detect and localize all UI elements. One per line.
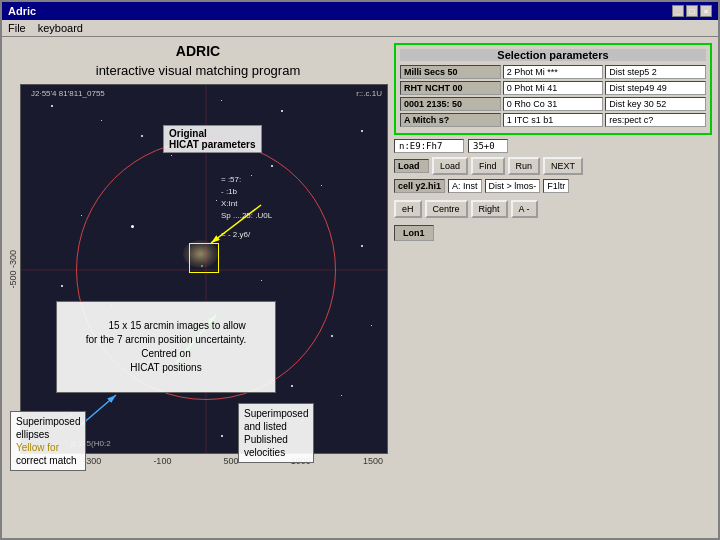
param-cell-0-2[interactable]: Dist step5 2 — [605, 65, 706, 79]
coord-display-2: 35+0 — [468, 139, 508, 153]
selection-box-overlay — [189, 243, 219, 273]
lon-row: Lon1 — [394, 225, 712, 244]
coord-extra: X:Int — [221, 199, 237, 208]
coord-ra-label: = :57: — [221, 175, 241, 184]
content-area: ADRIC interactive visual matching progra… — [2, 37, 718, 540]
label-superimposed-listed: Superimposed and listed Published veloci… — [238, 403, 314, 463]
param-row-3: A Mitch s? 1 ITC s1 b1 res:pect c? — [400, 113, 706, 127]
param-cell-3-0: A Mitch s? — [400, 113, 501, 127]
coord-row: n:E9:Fh7 35+0 — [394, 139, 712, 153]
minimize-button[interactable]: _ — [672, 5, 684, 17]
load-label: Load — [394, 159, 429, 173]
cells-hi-row: cell y2.hi1 A: Inst Dist > lmos- F1ltr — [394, 179, 712, 193]
menu-keyboard[interactable]: keyboard — [38, 22, 83, 34]
app-subtitle: interactive visual matching program — [8, 63, 388, 78]
window-title: Adric — [8, 5, 36, 17]
menu-file[interactable]: File — [8, 22, 26, 34]
x-axis-3: 500 — [224, 456, 239, 466]
label-superimposed-ellipses: Superimposed ellipses Yellow for correct… — [10, 411, 86, 471]
eh-button[interactable]: eH — [394, 200, 422, 218]
close-button[interactable]: × — [700, 5, 712, 17]
x-axis-2: -100 — [153, 456, 171, 466]
lon-label: Lon1 — [394, 225, 434, 241]
image-panel: ADRIC interactive visual matching progra… — [8, 43, 388, 503]
title-bar-buttons: _ □ × — [672, 5, 712, 17]
title-bar: Adric _ □ × — [2, 2, 718, 20]
selection-parameters-box: Selection parameters Milli Secs 50 2 Pho… — [394, 43, 712, 135]
y-axis-label: -500 -300 — [8, 250, 18, 289]
original-hicat-label: Original HICAT parameters — [163, 125, 262, 153]
label-15x15: 15 x 15 arcmin images to allow for the 7… — [56, 301, 276, 393]
param-cell-1-1[interactable]: 0 Phot Mi 41 — [503, 81, 604, 95]
find-button[interactable]: Find — [471, 157, 505, 175]
centre-button[interactable]: Centre — [425, 200, 468, 218]
app-title: ADRIC — [8, 43, 388, 59]
main-window: Adric _ □ × File keyboard ADRIC interact… — [0, 0, 720, 540]
coord-display-1: n:E9:Fh7 — [394, 139, 464, 153]
right-button[interactable]: Right — [471, 200, 508, 218]
param-cell-1-0: RHT NCHT 00 — [400, 81, 501, 95]
param-cell-1-2[interactable]: Dist step49 49 — [605, 81, 706, 95]
param-cell-2-2[interactable]: Dist key 30 52 — [605, 97, 706, 111]
cells-hi-label: cell y2.hi1 — [394, 179, 445, 193]
param-cell-0-1[interactable]: 2 Phot Mi *** — [503, 65, 604, 79]
load-button[interactable]: Load — [432, 157, 468, 175]
coord-sp: Sp ....25: .U0L — [221, 211, 272, 220]
coord-top-right: r::.c.1U — [356, 89, 382, 98]
coord-dec-label: - :1b — [221, 187, 237, 196]
nav-button-row: eH Centre Right A - — [394, 200, 712, 218]
param-row-1: RHT NCHT 00 0 Phot Mi 41 Dist step49 49 — [400, 81, 706, 95]
selection-label: Selection parameters — [400, 49, 706, 61]
action-row: Load Load Find Run NEXT — [394, 157, 712, 175]
coord-top-left: J2·55'4 81'811_0755 — [31, 89, 105, 98]
menu-bar: File keyboard — [2, 20, 718, 37]
cells-hi-field-0[interactable]: A: Inst — [448, 179, 482, 193]
coord-dist: = - 2.y6/ — [221, 230, 250, 239]
param-cell-3-1[interactable]: 1 ITC s1 b1 — [503, 113, 604, 127]
param-cell-3-2[interactable]: res:pect c? — [605, 113, 706, 127]
param-cell-2-0: 0001 2135: 50 — [400, 97, 501, 111]
cells-hi-field-2[interactable]: F1ltr — [543, 179, 569, 193]
param-row-0: Milli Secs 50 2 Phot Mi *** Dist step5 2 — [400, 65, 706, 79]
run-button[interactable]: Run — [508, 157, 541, 175]
next-button[interactable]: NEXT — [543, 157, 583, 175]
maximize-button[interactable]: □ — [686, 5, 698, 17]
cells-hi-field-1[interactable]: Dist > lmos- — [485, 179, 541, 193]
param-cell-0-0: Milli Secs 50 — [400, 65, 501, 79]
a-minus-button[interactable]: A - — [511, 200, 538, 218]
right-panel: Selection parameters Milli Secs 50 2 Pho… — [394, 43, 712, 535]
param-row-2: 0001 2135: 50 0 Rho Co 31 Dist key 30 52 — [400, 97, 706, 111]
x-axis-5: 1500 — [363, 456, 383, 466]
param-cell-2-1[interactable]: 0 Rho Co 31 — [503, 97, 604, 111]
